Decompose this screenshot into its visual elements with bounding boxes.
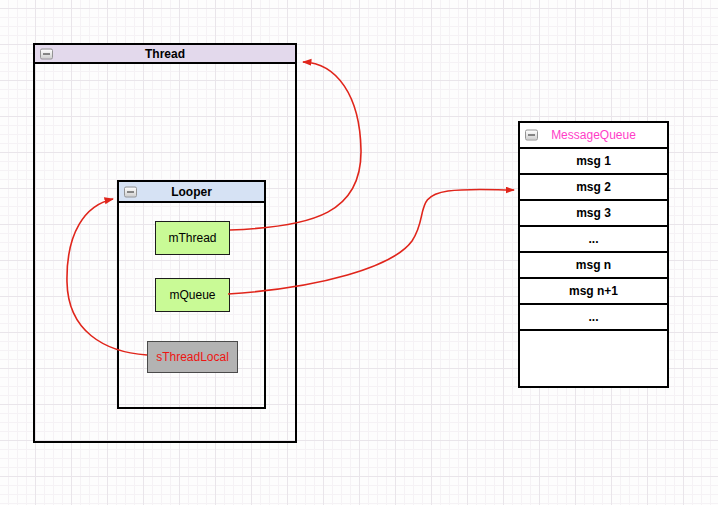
- messagequeue-row: msg n: [520, 253, 667, 279]
- mqueue-node: mQueue: [155, 278, 230, 312]
- sthreadlocal-label: sThreadLocal: [156, 350, 229, 364]
- messagequeue-row: msg 1: [520, 149, 667, 175]
- thread-frame-header: Thread: [35, 45, 295, 64]
- messagequeue-row: msg n+1: [520, 279, 667, 305]
- thread-title: Thread: [145, 47, 185, 61]
- messagequeue-row: msg 2: [520, 175, 667, 201]
- diagram-canvas: Thread Looper mThread mQueue sThreadLoca…: [0, 0, 718, 505]
- collapse-minus-icon[interactable]: [124, 186, 137, 197]
- mqueue-label: mQueue: [169, 288, 215, 302]
- messagequeue-title: MessageQueue: [551, 128, 636, 142]
- messagequeue-row: ...: [520, 227, 667, 253]
- mthread-node: mThread: [155, 221, 230, 255]
- mthread-label: mThread: [168, 231, 216, 245]
- messagequeue-row: msg 3: [520, 201, 667, 227]
- messagequeue-row: ...: [520, 305, 667, 331]
- looper-frame-header: Looper: [119, 182, 264, 203]
- collapse-minus-icon[interactable]: [40, 48, 53, 59]
- looper-title: Looper: [171, 185, 212, 199]
- collapse-minus-icon[interactable]: [525, 130, 538, 141]
- messagequeue-table: MessageQueue msg 1 msg 2 msg 3 ... msg n…: [518, 121, 669, 388]
- messagequeue-empty-area: [520, 331, 667, 386]
- sthreadlocal-node: sThreadLocal: [147, 341, 238, 373]
- messagequeue-header: MessageQueue: [520, 123, 667, 149]
